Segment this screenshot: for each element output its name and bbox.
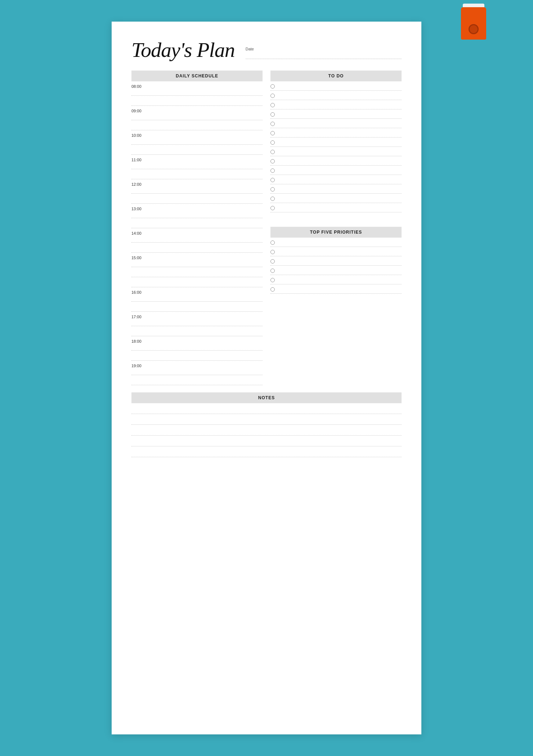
schedule-slot-0900: 09:00 [131, 106, 263, 120]
todo-item-14 [270, 203, 402, 212]
priority-item-2 [270, 247, 402, 256]
todo-item-6 [270, 128, 402, 138]
todo-checkbox-6[interactable] [270, 131, 275, 135]
spacer [270, 212, 402, 227]
todo-checkbox-9[interactable] [270, 159, 275, 163]
todo-checkbox-11[interactable] [270, 178, 275, 182]
time-1900: 19:00 [131, 364, 263, 368]
priority-item-4 [270, 266, 402, 275]
notes-line-5 [131, 446, 402, 457]
todo-checkbox-14[interactable] [270, 206, 275, 210]
notes-line-3 [131, 425, 402, 436]
schedule-blank-1500b [131, 277, 263, 287]
time-0800: 08:00 [131, 84, 263, 89]
todo-item-9 [270, 156, 402, 166]
priority-checkbox-2[interactable] [270, 250, 275, 254]
date-label: Date [246, 47, 402, 51]
todo-header: TO DO [270, 71, 402, 81]
schedule-slot-1500: 15:00 [131, 253, 263, 267]
todo-item-8 [270, 147, 402, 156]
todo-checkbox-2[interactable] [270, 94, 275, 98]
todo-item-1 [270, 81, 402, 91]
date-input-line[interactable] [246, 53, 402, 59]
daily-schedule-header: DAILY SCHEDULE [131, 71, 263, 81]
time-1300: 13:00 [131, 207, 263, 211]
schedule-slot-1600: 16:00 [131, 287, 263, 302]
priority-item-1 [270, 238, 402, 247]
todo-item-3 [270, 100, 402, 109]
todo-item-10 [270, 166, 402, 175]
time-1700: 17:00 [131, 315, 263, 319]
schedule-blank-1500a [131, 267, 263, 277]
todo-item-12 [270, 184, 402, 194]
schedule-blank-1700 [131, 326, 263, 336]
todo-item-7 [270, 138, 402, 147]
time-1100: 11:00 [131, 158, 263, 162]
todo-checkbox-3[interactable] [270, 103, 275, 107]
time-1800: 18:00 [131, 339, 263, 343]
todo-checkbox-1[interactable] [270, 84, 275, 89]
time-0900: 09:00 [131, 109, 263, 113]
schedule-blank-0900 [131, 120, 263, 130]
right-column: TO DO TOP FIVE PRIORITIES [270, 71, 402, 385]
schedule-slot-1200: 12:00 [131, 179, 263, 194]
schedule-blank-1200 [131, 194, 263, 204]
todo-checkbox-5[interactable] [270, 122, 275, 126]
time-1000: 10:00 [131, 133, 263, 138]
todo-checkbox-4[interactable] [270, 112, 275, 117]
sharpener-decoration [457, 0, 490, 47]
schedule-slot-1000: 10:00 [131, 130, 263, 145]
notes-line-4 [131, 436, 402, 446]
schedule-slot-1400: 14:00 [131, 228, 263, 243]
schedule-blank-0800 [131, 96, 263, 106]
date-field: Date [246, 47, 402, 60]
schedule-slot-1700: 17:00 [131, 312, 263, 326]
todo-item-5 [270, 119, 402, 128]
priority-item-6 [270, 284, 402, 294]
schedule-blank-1400 [131, 243, 263, 253]
page-header: Today's Plan Date [131, 40, 402, 60]
schedule-blank-1100 [131, 169, 263, 179]
page-title: Today's Plan [131, 40, 235, 60]
priority-checkbox-3[interactable] [270, 259, 275, 264]
schedule-slot-1100: 11:00 [131, 155, 263, 169]
todo-checkbox-8[interactable] [270, 150, 275, 154]
todo-item-2 [270, 91, 402, 100]
notes-section: NOTES [131, 392, 402, 457]
schedule-blank-1600 [131, 302, 263, 312]
time-1200: 12:00 [131, 182, 263, 186]
schedule-blank-1900 [131, 375, 263, 385]
todo-item-11 [270, 175, 402, 184]
priority-item-5 [270, 275, 402, 284]
priority-checkbox-1[interactable] [270, 240, 275, 245]
todo-item-13 [270, 194, 402, 203]
time-1400: 14:00 [131, 231, 263, 235]
time-1600: 16:00 [131, 290, 263, 294]
schedule-slot-1300: 13:00 [131, 204, 263, 218]
schedule-blank-1300 [131, 218, 263, 228]
priority-checkbox-6[interactable] [270, 287, 275, 292]
todo-checkbox-12[interactable] [270, 187, 275, 192]
main-columns: DAILY SCHEDULE 08:00 09:00 10:00 11:00 [131, 71, 402, 385]
todo-item-4 [270, 109, 402, 119]
schedule-slot-1900: 19:00 [131, 361, 263, 375]
schedule-blank-1800 [131, 351, 263, 361]
schedule-slot-1800: 18:00 [131, 336, 263, 351]
daily-schedule-column: DAILY SCHEDULE 08:00 09:00 10:00 11:00 [131, 71, 263, 385]
notes-line-2 [131, 414, 402, 425]
notes-line-1 [131, 403, 402, 414]
todo-checkbox-10[interactable] [270, 168, 275, 173]
todo-checkbox-13[interactable] [270, 197, 275, 201]
top-five-header: TOP FIVE PRIORITIES [270, 227, 402, 238]
schedule-slot-0800: 08:00 [131, 81, 263, 96]
schedule-blank-1000 [131, 145, 263, 155]
priority-item-3 [270, 256, 402, 266]
priority-checkbox-5[interactable] [270, 278, 275, 282]
time-1500: 15:00 [131, 256, 263, 260]
todo-checkbox-7[interactable] [270, 140, 275, 145]
notes-header: NOTES [131, 392, 402, 403]
priority-checkbox-4[interactable] [270, 269, 275, 273]
planner-page: Today's Plan Date DAILY SCHEDULE 08:00 0… [112, 22, 421, 734]
